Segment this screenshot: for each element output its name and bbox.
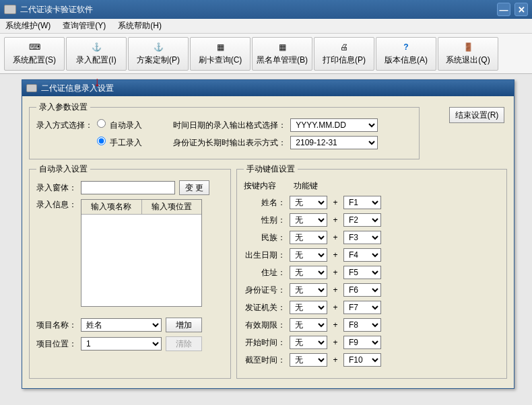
main-window: 二代证读卡验证软件 — ✕ 系统维护(W) 查询管理(Y) 系统帮助(H) ⌨系… xyxy=(0,0,532,405)
grid-icon: ▦ xyxy=(213,41,228,53)
key-content-head: 按键内容 xyxy=(244,180,286,192)
plus-label: + xyxy=(331,198,339,207)
menu-query-manage[interactable]: 查询管理(Y) xyxy=(63,20,106,32)
plus-label: + xyxy=(331,268,339,277)
menu-system-help[interactable]: 系统帮助(H) xyxy=(118,20,162,32)
menubar: 系统维护(W) 查询管理(Y) 系统帮助(H) xyxy=(0,19,532,34)
change-button[interactable]: 变 更 xyxy=(179,180,209,195)
manual-radio[interactable]: 手工录入 xyxy=(97,137,142,149)
keyboard-icon: ⌨ xyxy=(27,41,42,53)
input-method-label: 录入方式选择： xyxy=(36,120,93,131)
col-name: 输入项名称 xyxy=(81,200,142,214)
key-label: 出生日期： xyxy=(244,250,286,261)
key-row: 发证机关：无+F7 xyxy=(244,301,500,314)
col-pos: 输入项位置 xyxy=(142,200,202,214)
printer-icon: 🖨 xyxy=(337,41,352,53)
key-label: 住址： xyxy=(244,267,286,279)
long-id-label: 身份证为长期时输出表示方式： xyxy=(173,137,286,149)
tool-version[interactable]: ?版本信息(A) xyxy=(376,37,436,71)
key-label: 性别： xyxy=(244,215,286,226)
exit-icon: 🚪 xyxy=(461,41,475,53)
plus-label: + xyxy=(331,215,339,225)
tool-input-config[interactable]: ⚓录入配置(I) xyxy=(66,37,127,71)
app-title: 二代证读卡验证软件 xyxy=(20,4,497,15)
key-label: 截至时间： xyxy=(244,355,286,366)
info-table[interactable]: 输入项名称 输入项位置 xyxy=(81,199,202,307)
plus-label: + xyxy=(331,233,339,242)
fn-key-select[interactable]: F8 xyxy=(343,318,381,332)
key-value-select[interactable]: 无 xyxy=(290,336,327,349)
fn-key-select[interactable]: F9 xyxy=(343,336,381,349)
plus-label: + xyxy=(331,285,339,295)
fn-key-select[interactable]: F2 xyxy=(343,213,381,227)
key-row: 出生日期：无+F4 xyxy=(244,248,500,262)
key-row: 开始时间：无+F9 xyxy=(244,336,500,349)
proj-name-select[interactable]: 姓名 xyxy=(81,318,162,332)
long-id-select[interactable]: 2109-12-31 xyxy=(290,136,378,149)
key-value-select[interactable]: 无 xyxy=(290,196,327,209)
fn-key-select[interactable]: F7 xyxy=(343,301,381,314)
tool-system-config[interactable]: ⌨系统配置(S) xyxy=(4,37,65,71)
end-settings-button[interactable]: 结束设置(R) xyxy=(449,107,504,123)
plus-label: + xyxy=(331,338,339,347)
add-button[interactable]: 增加 xyxy=(166,318,202,332)
date-format-select[interactable]: YYYY.MM.DD xyxy=(290,118,378,132)
menu-system-maintain[interactable]: 系统维护(W) xyxy=(5,20,51,32)
tool-print[interactable]: 🖨打印信息(P) xyxy=(314,37,374,71)
manual-legend: 手动键值设置 xyxy=(244,163,298,175)
key-value-select[interactable]: 无 xyxy=(290,213,327,227)
auto-radio[interactable]: 自动录入 xyxy=(97,119,142,131)
date-format-label: 时间日期的录入输出格式选择： xyxy=(173,120,286,131)
proj-pos-select[interactable]: 1 xyxy=(81,337,162,351)
proj-pos-label: 项目位置： xyxy=(36,338,77,350)
key-value-select[interactable]: 无 xyxy=(290,318,327,332)
auto-fieldset: 自动录入设置 录入窗体： 变 更 录入信息： 输入项名称 输入项位置 xyxy=(29,163,231,379)
tool-blacklist[interactable]: ▦黑名单管理(B) xyxy=(252,37,312,71)
window-input[interactable] xyxy=(81,181,175,194)
key-row: 有效期限：无+F8 xyxy=(244,318,500,332)
fn-key-select[interactable]: F1 xyxy=(343,196,381,209)
tool-card-query[interactable]: ▦刷卡查询(C) xyxy=(190,37,251,71)
proj-name-label: 项目名称： xyxy=(36,320,77,331)
key-row: 截至时间：无+F10 xyxy=(244,353,500,367)
key-label: 民族： xyxy=(244,232,286,244)
toolbar: ⌨系统配置(S) ⚓录入配置(I) ⚓方案定制(P) ▦刷卡查询(C) ▦黑名单… xyxy=(0,34,532,74)
fn-key-select[interactable]: F3 xyxy=(343,231,381,244)
key-label: 发证机关： xyxy=(244,302,286,314)
fn-key-select[interactable]: F10 xyxy=(343,353,381,367)
key-label: 有效期限： xyxy=(244,320,286,331)
tool-exit[interactable]: 🚪系统退出(Q) xyxy=(438,37,498,71)
key-row: 性别：无+F2 xyxy=(244,213,500,227)
fn-key-select[interactable]: F5 xyxy=(343,266,381,279)
app-icon xyxy=(4,5,16,14)
dialog-title: 二代证信息录入设置 xyxy=(41,83,114,94)
minimize-button[interactable]: — xyxy=(497,3,510,16)
anchor-icon: ⚓ xyxy=(151,41,166,53)
manual-fieldset: 手动键值设置 按键内容 功能键 姓名：无+F1性别：无+F2民族：无+F3出生日… xyxy=(236,163,507,379)
dialog-icon xyxy=(26,84,37,92)
key-label: 姓名： xyxy=(244,197,286,209)
anchor-icon: ⚓ xyxy=(89,41,104,53)
clear-button: 清除 xyxy=(166,336,202,351)
key-value-select[interactable]: 无 xyxy=(290,283,327,297)
key-value-select[interactable]: 无 xyxy=(290,231,327,244)
function-key-head: 功能键 xyxy=(294,180,374,192)
key-value-select[interactable]: 无 xyxy=(290,353,327,367)
plus-label: + xyxy=(331,355,339,365)
plus-label: + xyxy=(331,303,339,312)
key-row: 住址：无+F5 xyxy=(244,266,500,279)
key-value-select[interactable]: 无 xyxy=(290,301,327,314)
fn-key-select[interactable]: F6 xyxy=(343,283,381,297)
param-fieldset: 录入参数设置 录入方式选择： 自动录入 时间日期的录入输出格式选择： YYYY.… xyxy=(29,102,420,159)
key-value-select[interactable]: 无 xyxy=(290,266,327,279)
plus-label: + xyxy=(331,320,339,330)
tool-scheme[interactable]: ⚓方案定制(P) xyxy=(128,37,189,71)
key-label: 身份证号： xyxy=(244,285,286,296)
arrow-indicator-icon: ↓ xyxy=(94,74,100,89)
plus-label: + xyxy=(331,250,339,260)
fn-key-select[interactable]: F4 xyxy=(343,248,381,262)
key-row: 身份证号：无+F6 xyxy=(244,283,500,297)
close-button[interactable]: ✕ xyxy=(514,3,528,16)
key-value-select[interactable]: 无 xyxy=(290,248,327,262)
info-label: 录入信息： xyxy=(36,199,77,211)
